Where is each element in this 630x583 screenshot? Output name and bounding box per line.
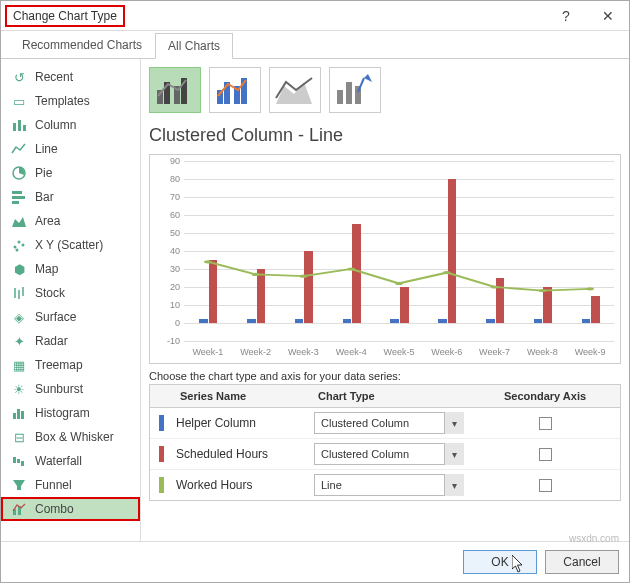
svg-point-36	[300, 275, 308, 278]
sidebar-item-label: Recent	[35, 70, 73, 84]
sidebar-item-recent[interactable]: ↺Recent	[1, 65, 140, 89]
sidebar-item-map[interactable]: ⬢Map	[1, 257, 140, 281]
subtype-clustered-column-line[interactable]	[149, 67, 201, 113]
sidebar-item-label: Map	[35, 262, 58, 276]
svg-rect-2	[23, 125, 26, 131]
series-instruction: Choose the chart type and axis for your …	[149, 370, 621, 382]
series-header-name: Series Name	[172, 385, 310, 407]
chart-type-select[interactable]: Clustered Column▾	[314, 412, 464, 434]
radar-icon: ✦	[11, 333, 27, 349]
svg-rect-5	[12, 196, 25, 199]
recent-icon: ↺	[11, 69, 27, 85]
chart-preview: -100102030405060708090Week-1Week-2Week-3…	[149, 154, 621, 364]
tab-all-charts[interactable]: All Charts	[155, 33, 233, 59]
series-header-secondary: Secondary Axis	[470, 385, 620, 407]
svg-point-34	[204, 260, 212, 263]
sidebar-item-label: Line	[35, 142, 58, 156]
series-name: Worked Hours	[172, 472, 310, 498]
column-icon	[11, 117, 27, 133]
series-name: Helper Column	[172, 410, 310, 436]
sidebar-item-waterfall[interactable]: Waterfall	[1, 449, 140, 473]
series-row: Scheduled HoursClustered Column▾	[150, 439, 620, 470]
svg-rect-14	[13, 413, 16, 419]
sidebar-item-boxwhisker[interactable]: ⊟Box & Whisker	[1, 425, 140, 449]
funnel-icon	[11, 477, 27, 493]
sidebar-item-label: Combo	[35, 502, 74, 516]
sidebar-item-combo[interactable]: Combo	[1, 497, 140, 521]
sidebar-item-area[interactable]: Area	[1, 209, 140, 233]
svg-rect-31	[346, 82, 352, 104]
series-row: Helper ColumnClustered Column▾	[150, 408, 620, 439]
svg-point-41	[538, 289, 546, 292]
histogram-icon	[11, 405, 27, 421]
sidebar-item-funnel[interactable]: Funnel	[1, 473, 140, 497]
series-table: Series Name Chart Type Secondary Axis He…	[149, 384, 621, 501]
series-swatch	[159, 446, 164, 462]
sidebar-item-label: Radar	[35, 334, 68, 348]
chevron-down-icon: ▾	[444, 443, 464, 465]
sidebar-item-histogram[interactable]: Histogram	[1, 401, 140, 425]
sidebar-item-radar[interactable]: ✦Radar	[1, 329, 140, 353]
watermark: wsxdn.com	[569, 533, 619, 544]
chart-subtype-title: Clustered Column - Line	[149, 125, 621, 146]
svg-rect-1	[18, 120, 21, 131]
ok-button[interactable]: OK	[463, 550, 537, 574]
sidebar-item-templates[interactable]: ▭Templates	[1, 89, 140, 113]
templates-icon: ▭	[11, 93, 27, 109]
svg-rect-18	[17, 459, 20, 463]
sidebar-item-sunburst[interactable]: ☀Sunburst	[1, 377, 140, 401]
sidebar-item-label: Area	[35, 214, 60, 228]
sidebar-item-pie[interactable]: Pie	[1, 161, 140, 185]
subtype-clustered-column-line-secondary[interactable]	[209, 67, 261, 113]
chart-type-select[interactable]: Line▾	[314, 474, 464, 496]
combo-icon	[11, 501, 27, 517]
sidebar-item-scatter[interactable]: X Y (Scatter)	[1, 233, 140, 257]
svg-point-40	[491, 285, 499, 288]
svg-point-9	[22, 244, 25, 247]
surface-icon: ◈	[11, 309, 27, 325]
stock-icon	[11, 285, 27, 301]
cancel-button-label: Cancel	[563, 555, 600, 569]
subtype-stacked-area-column[interactable]	[269, 67, 321, 113]
chart-type-select[interactable]: Clustered Column▾	[314, 443, 464, 465]
line-icon	[11, 141, 27, 157]
ok-button-label: OK	[491, 555, 508, 569]
secondary-axis-checkbox[interactable]	[539, 417, 552, 430]
series-header-type: Chart Type	[310, 385, 470, 407]
boxwhisker-icon: ⊟	[11, 429, 27, 445]
subtype-custom-combo[interactable]	[329, 67, 381, 113]
svg-point-39	[443, 271, 451, 274]
sidebar-item-label: Templates	[35, 94, 90, 108]
close-button[interactable]: ✕	[587, 2, 629, 30]
sidebar-item-treemap[interactable]: ▦Treemap	[1, 353, 140, 377]
sidebar-item-stock[interactable]: Stock	[1, 281, 140, 305]
secondary-axis-checkbox[interactable]	[539, 479, 552, 492]
chevron-down-icon: ▾	[444, 412, 464, 434]
sidebar-item-label: Box & Whisker	[35, 430, 114, 444]
series-swatch	[159, 477, 164, 493]
svg-rect-17	[13, 457, 16, 463]
tab-recommended[interactable]: Recommended Charts	[9, 32, 155, 58]
treemap-icon: ▦	[11, 357, 27, 373]
map-icon: ⬢	[11, 261, 27, 277]
svg-point-38	[395, 282, 403, 285]
series-name: Scheduled Hours	[172, 441, 310, 467]
sidebar-item-label: Sunburst	[35, 382, 83, 396]
scatter-icon	[11, 237, 27, 253]
help-button[interactable]: ?	[545, 2, 587, 30]
sidebar-item-line[interactable]: Line	[1, 137, 140, 161]
chevron-down-icon: ▾	[444, 474, 464, 496]
sidebar-item-surface[interactable]: ◈Surface	[1, 305, 140, 329]
svg-point-8	[18, 241, 21, 244]
sidebar-item-column[interactable]: Column	[1, 113, 140, 137]
svg-rect-0	[13, 123, 16, 131]
svg-rect-30	[337, 90, 343, 104]
cancel-button[interactable]: Cancel	[545, 550, 619, 574]
svg-point-42	[586, 287, 594, 290]
svg-rect-15	[17, 409, 20, 419]
svg-point-35	[252, 273, 260, 276]
svg-point-7	[14, 246, 17, 249]
series-swatch	[159, 415, 164, 431]
sidebar-item-bar[interactable]: Bar	[1, 185, 140, 209]
secondary-axis-checkbox[interactable]	[539, 448, 552, 461]
